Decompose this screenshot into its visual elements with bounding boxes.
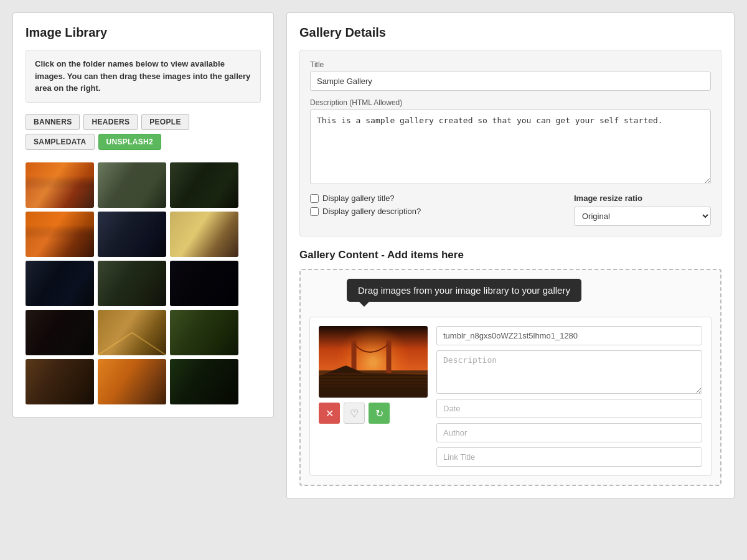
image-row-5 <box>26 359 261 404</box>
display-description-label: Display gallery description? <box>322 207 421 216</box>
thumb-mountain[interactable] <box>98 261 166 306</box>
link-title-input[interactable] <box>436 447 702 467</box>
gallery-content-header: Gallery Content - Add items here <box>299 246 721 261</box>
thumb-green-forest[interactable] <box>170 310 238 355</box>
thumb-dark-figure[interactable] <box>170 261 238 306</box>
description-label: Description (HTML Allowed) <box>310 98 711 107</box>
resize-select[interactable]: Original 1:1 4:3 16:9 <box>574 207 711 226</box>
thumb-dark-road[interactable] <box>26 261 94 306</box>
instruction-text: Click on the folder names below to view … <box>35 59 250 93</box>
image-row-3 <box>26 261 261 306</box>
filename-input[interactable] <box>436 326 702 345</box>
thumb-sunset-orange[interactable] <box>26 212 94 257</box>
gallery-item-thumb <box>319 326 428 398</box>
thumb-people-bridge[interactable] <box>98 212 166 257</box>
image-grid <box>26 162 261 404</box>
folder-btn-people[interactable]: PEOPLE <box>141 114 189 130</box>
thumb-golden-gate[interactable] <box>26 162 94 208</box>
image-row-4 <box>26 310 261 355</box>
display-description-checkbox[interactable] <box>310 207 319 216</box>
resize-label: Image resize ratio <box>574 194 711 203</box>
folder-btn-sampledata[interactable]: SAMPLEDATA <box>26 134 95 150</box>
folder-btn-headers[interactable]: HEADERS <box>83 114 138 130</box>
gallery-details-panel: Gallery Details Title Description (HTML … <box>286 12 735 499</box>
thumb-tunnel[interactable] <box>98 310 166 355</box>
folder-buttons-container: BANNERS HEADERS PEOPLE SAMPLEDATA UNSPLA… <box>26 114 261 150</box>
drag-hint-text: Drag images from your image library to y… <box>358 285 570 296</box>
gallery-item-card: ✕ ♡ ↻ <box>309 317 712 476</box>
drag-tooltip: Drag images from your image library to y… <box>347 279 581 302</box>
description-textarea[interactable] <box>310 110 711 184</box>
gallery-item-actions: ✕ ♡ ↻ <box>319 403 390 424</box>
thumb-plant[interactable] <box>170 359 238 404</box>
thumb-crowd[interactable] <box>26 310 94 355</box>
delete-button[interactable]: ✕ <box>319 403 340 424</box>
thumb-landscape[interactable] <box>98 162 166 208</box>
image-row-2 <box>26 212 261 257</box>
image-library-panel: Image Library Click on the folder names … <box>12 12 274 418</box>
thumb-sunset-couple[interactable] <box>98 359 166 404</box>
gallery-drop-zone[interactable]: Drag images from your image library to y… <box>299 269 721 486</box>
date-input[interactable] <box>436 399 702 418</box>
author-input[interactable] <box>436 423 702 442</box>
instruction-box: Click on the folder names below to view … <box>26 50 261 103</box>
folder-btn-unsplash2[interactable]: UNSPLASH2 <box>98 134 161 150</box>
gallery-item-fields <box>436 326 702 467</box>
gallery-item-left: ✕ ♡ ↻ <box>319 326 428 424</box>
display-title-checkbox[interactable] <box>310 194 319 203</box>
gallery-details-title: Gallery Details <box>299 26 721 40</box>
gallery-form-section: Title Description (HTML Allowed) Display… <box>299 50 721 236</box>
display-title-label: Display gallery title? <box>322 194 395 203</box>
image-row-1 <box>26 162 261 208</box>
description-input[interactable] <box>436 350 702 394</box>
image-library-title: Image Library <box>26 26 261 40</box>
refresh-button[interactable]: ↻ <box>369 403 390 424</box>
title-input[interactable] <box>310 72 711 91</box>
thumb-forest-dark[interactable] <box>170 162 238 208</box>
thumb-light-bright[interactable] <box>170 212 238 257</box>
thumb-building[interactable] <box>26 359 94 404</box>
folder-btn-banners[interactable]: BANNERS <box>26 114 80 130</box>
favorite-button[interactable]: ♡ <box>344 403 365 424</box>
title-label: Title <box>310 60 711 69</box>
